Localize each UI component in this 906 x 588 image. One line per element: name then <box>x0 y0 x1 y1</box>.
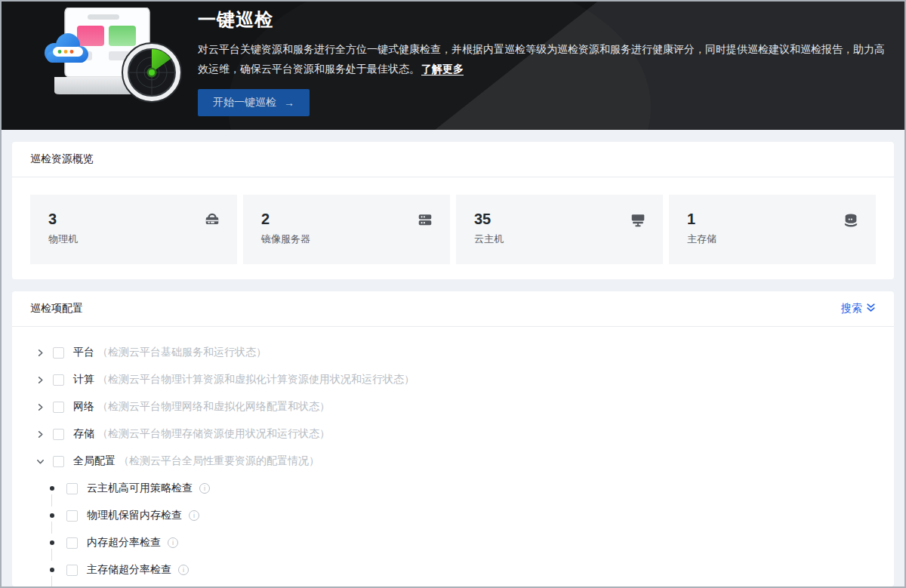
resource-label: 物理机 <box>48 232 219 246</box>
tree-item-vm-ha-policy-check: 云主机高可用策略检查 i <box>30 475 876 502</box>
resource-count: 3 <box>48 210 219 228</box>
hero-description: 对云平台关键资源和服务进行全方位一键式健康检查，并根据内置巡检等级为巡检资源和服… <box>198 39 886 79</box>
item-name: 主存储超分率检查 <box>87 563 171 577</box>
chevron-right-icon[interactable] <box>35 429 45 439</box>
tree-group-storage: 存储 （检测云平台物理存储资源使用状况和运行状态） <box>30 420 876 448</box>
tree-item-host-reserved-memory-check: 物理机保留内存检查 i <box>30 502 876 529</box>
group-description: （检测云平台全局性重要资源的配置情况） <box>119 454 319 468</box>
tree-group-platform: 平台 （检测云平台基础服务和运行状态） <box>30 339 876 366</box>
chevron-right-icon[interactable] <box>35 402 45 412</box>
group-name: 网络 <box>73 400 94 414</box>
search-toggle[interactable]: 搜索 <box>841 302 876 316</box>
page: 一键巡检 对云平台关键资源和服务进行全方位一键式健康检查，并根据内置巡检等级为巡… <box>0 0 906 588</box>
checkbox-primary-storage-overcommit[interactable] <box>66 565 78 576</box>
page-title: 一键巡检 <box>198 8 886 32</box>
hero-description-text: 对云平台关键资源和服务进行全方位一键式健康检查，并根据内置巡检等级为巡检资源和服… <box>198 43 885 75</box>
checkbox-compute[interactable] <box>53 374 64 386</box>
resource-label: 镜像服务器 <box>261 232 432 246</box>
checkbox-platform[interactable] <box>53 347 64 359</box>
resource-cards: 3 物理机 2 镜像服务器 <box>12 177 894 279</box>
group-description: （检测云平台物理存储资源使用状况和运行状态） <box>97 427 330 441</box>
chevron-right-icon[interactable] <box>35 347 45 358</box>
radar-icon <box>122 43 181 102</box>
resource-card-vm-instance: 35 云主机 <box>456 195 663 264</box>
learn-more-link[interactable]: 了解更多 <box>421 63 464 75</box>
config-panel: 巡检项配置 搜索 平台 （检测云平台基础服务和运行状态） 计算 <box>12 291 894 586</box>
group-name: 计算 <box>73 373 94 386</box>
checkbox-vm-ha-policy[interactable] <box>66 483 78 494</box>
physical-machine-icon <box>204 211 220 228</box>
overview-panel: 巡检资源概览 3 物理机 2 镜像服务器 <box>12 142 894 279</box>
resource-count: 35 <box>474 210 645 228</box>
resource-card-image-server: 2 镜像服务器 <box>243 195 450 264</box>
image-server-icon <box>417 211 433 228</box>
inspection-tree: 平台 （检测云平台基础服务和运行状态） 计算 （检测云平台物理计算资源和虚拟化计… <box>12 327 894 586</box>
checkbox-network[interactable] <box>53 402 64 413</box>
resource-count: 1 <box>687 210 858 228</box>
group-description: （检测云平台基础服务和运行状态） <box>97 346 267 359</box>
info-icon[interactable]: i <box>178 565 189 575</box>
checkbox-global-config[interactable] <box>53 456 64 467</box>
inspection-illustration <box>41 8 186 104</box>
double-chevron-down-icon <box>866 303 876 315</box>
tree-bullet <box>50 540 54 545</box>
item-name: 物理机保留内存检查 <box>87 509 182 522</box>
checkbox-storage[interactable] <box>53 429 64 440</box>
item-name: 云主机高可用策略检查 <box>87 482 193 495</box>
overview-title: 巡检资源概览 <box>30 152 94 166</box>
chevron-right-icon[interactable] <box>35 374 45 385</box>
chevron-down-icon[interactable] <box>35 456 45 466</box>
tree-guide-line <box>51 576 52 588</box>
info-icon[interactable]: i <box>189 510 199 521</box>
info-icon[interactable]: i <box>168 537 178 548</box>
tree-bullet <box>50 513 54 518</box>
checkbox-memory-overcommit[interactable] <box>66 537 78 549</box>
start-inspection-button[interactable]: 开始一键巡检 → <box>198 89 310 116</box>
group-name: 平台 <box>73 346 94 359</box>
group-name: 存储 <box>73 427 94 441</box>
group-description: （检测云平台物理计算资源和虚拟化计算资源使用状况和运行状态） <box>97 373 414 386</box>
resource-label: 主存储 <box>687 232 858 246</box>
laptop-radar-illustration <box>41 8 186 104</box>
hero-banner: 一键巡检 对云平台关键资源和服务进行全方位一键式健康检查，并根据内置巡检等级为巡… <box>2 2 904 130</box>
tree-bullet <box>50 568 54 572</box>
item-name: 内存超分率检查 <box>87 536 161 550</box>
arrow-right-icon: → <box>284 97 294 109</box>
tree-item-memory-overcommit-check: 内存超分率检查 i <box>30 529 876 556</box>
checkbox-host-reserved-memory[interactable] <box>66 510 78 522</box>
resource-count: 2 <box>261 210 432 228</box>
resource-label: 云主机 <box>474 232 645 246</box>
config-panel-header: 巡检项配置 搜索 <box>12 291 894 327</box>
tree-group-compute: 计算 （检测云平台物理计算资源和虚拟化计算资源使用状况和运行状态） <box>30 366 876 393</box>
primary-storage-icon <box>843 211 859 228</box>
info-icon[interactable]: i <box>199 483 210 494</box>
group-description: （检测云平台物理网络和虚拟化网络配置和状态） <box>97 400 330 414</box>
tree-bullet <box>50 486 54 491</box>
group-name: 全局配置 <box>73 454 116 468</box>
overview-panel-header: 巡检资源概览 <box>12 142 894 177</box>
search-label: 搜索 <box>841 302 862 316</box>
tree-group-network: 网络 （检测云平台物理网络和虚拟化网络配置和状态） <box>30 393 876 420</box>
tree-group-global-config: 全局配置 （检测云平台全局性重要资源的配置情况） <box>30 448 876 475</box>
vm-instance-icon <box>630 211 646 228</box>
resource-card-physical-machine: 3 物理机 <box>30 195 237 264</box>
config-title: 巡检项配置 <box>30 302 83 316</box>
resource-card-primary-storage: 1 主存储 <box>669 195 876 264</box>
start-inspection-label: 开始一键巡检 <box>213 96 276 109</box>
tree-item-primary-storage-overcommit-check: 主存储超分率检查 i <box>30 556 876 583</box>
